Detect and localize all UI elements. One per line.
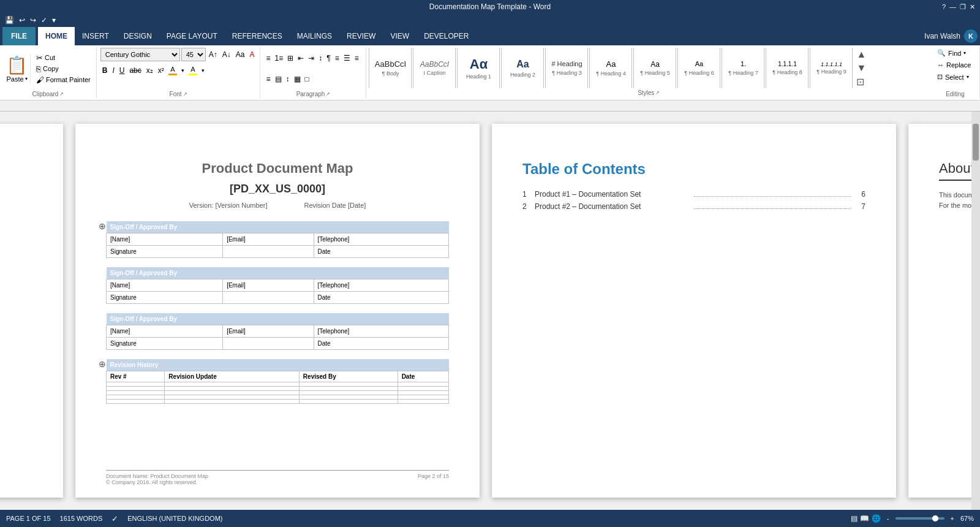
clipboard-group-label: Clipboard ↗ xyxy=(4,89,92,97)
highlight-color-dropdown[interactable]: ▾ xyxy=(200,64,206,77)
subscript-btn[interactable]: x₂ xyxy=(145,64,155,77)
tab-references[interactable]: REFERENCES xyxy=(225,27,290,45)
tab-review[interactable]: REVIEW xyxy=(339,27,383,45)
style-h8[interactable]: 1.1.1.1 ¶ Heading 8 xyxy=(766,48,809,88)
multilevel-btn[interactable]: ⊞ xyxy=(285,51,295,65)
style-h2[interactable]: Aa Heading 2 xyxy=(501,48,544,88)
justify-btn[interactable]: ≡ xyxy=(264,72,272,86)
increase-font-btn[interactable]: A↑ xyxy=(207,48,219,61)
tab-view[interactable]: VIEW xyxy=(383,27,417,45)
align-right-btn[interactable]: ≡ xyxy=(353,51,361,65)
style-h3[interactable]: # Heading ¶ Heading 3 xyxy=(545,48,588,88)
clear-format-btn[interactable]: A xyxy=(247,48,256,61)
web-view-btn[interactable]: 🌐 xyxy=(872,514,881,523)
editing-group: 🔍 Find ▾ ↔ Replace ⊡ Select ▾ Editing xyxy=(931,47,980,99)
styles-scroll-up[interactable]: ▲ xyxy=(855,48,867,61)
clipboard-expander[interactable]: ↗ xyxy=(59,91,64,97)
print-view-btn[interactable]: ▤ xyxy=(851,514,858,523)
tab-mailings[interactable]: MAILINGS xyxy=(290,27,339,45)
undo-qa-btn[interactable]: ↩ xyxy=(18,15,26,25)
table-add-btn-1[interactable]: ⊕ xyxy=(99,221,106,231)
style-h4[interactable]: Aa ¶ Heading 4 xyxy=(589,48,632,88)
vertical-scrollbar[interactable] xyxy=(971,112,980,510)
tab-insert[interactable]: INSERT xyxy=(75,27,116,45)
select-btn[interactable]: ⊡ Select ▾ xyxy=(935,72,971,82)
tab-developer[interactable]: DEVELOPER xyxy=(417,27,476,45)
scroll-thumb[interactable] xyxy=(973,124,979,161)
close-btn[interactable]: ✕ xyxy=(970,3,975,11)
redo-qa-btn[interactable]: ↪ xyxy=(29,15,37,25)
find-btn[interactable]: 🔍 Find ▾ xyxy=(935,48,968,58)
proofread-icon[interactable]: ✓ xyxy=(111,514,118,523)
status-bar: PAGE 1 OF 15 1615 WORDS ✓ ENGLISH (UNITE… xyxy=(0,510,980,527)
tab-home[interactable]: HOME xyxy=(38,27,75,45)
zoom-in-btn[interactable]: + xyxy=(951,515,954,522)
shading-btn[interactable]: ▦ xyxy=(292,72,303,86)
show-marks-btn[interactable]: ¶ xyxy=(325,51,332,65)
font-family-select[interactable]: Century Gothic xyxy=(100,48,180,61)
pages-container[interactable]: Product Document Map Template Version X.… xyxy=(0,112,971,510)
increase-indent-btn[interactable]: ⇥ xyxy=(306,51,316,65)
tab-file[interactable]: FILE xyxy=(2,27,36,45)
superscript-btn[interactable]: x² xyxy=(156,64,166,77)
user-avatar[interactable]: K xyxy=(964,29,978,43)
copy-button[interactable]: ⎘ Copy xyxy=(34,64,92,74)
zoom-level[interactable]: 67% xyxy=(960,515,974,522)
window-controls[interactable]: ? — ❐ ✕ xyxy=(942,3,975,11)
style-h6[interactable]: Aa ¶ Heading 6 xyxy=(677,48,720,88)
underline-btn[interactable]: U xyxy=(118,64,127,77)
restore-btn[interactable]: ❐ xyxy=(960,3,966,11)
decrease-indent-btn[interactable]: ⇤ xyxy=(296,51,306,65)
decrease-font-btn[interactable]: A↓ xyxy=(221,48,233,61)
italic-btn[interactable]: I xyxy=(110,64,116,77)
read-view-btn[interactable]: 📖 xyxy=(860,514,869,523)
numbering-btn[interactable]: 1≡ xyxy=(273,51,285,65)
paste-button[interactable]: 📋 Paste ▾ xyxy=(4,54,31,84)
font-color-btn[interactable]: A xyxy=(167,65,178,76)
paragraph-expander[interactable]: ↗ xyxy=(326,91,330,97)
zoom-out-btn[interactable]: - xyxy=(887,515,889,522)
align-center-btn[interactable]: ☰ xyxy=(342,51,352,65)
column-btn[interactable]: ▤ xyxy=(273,72,284,86)
minimize-btn[interactable]: — xyxy=(949,3,956,11)
highlight-color-btn[interactable]: A xyxy=(187,65,198,76)
bullets-btn[interactable]: ≡ xyxy=(264,51,272,65)
style-h7[interactable]: 1. ¶ Heading 7 xyxy=(722,48,764,88)
zoom-slider[interactable] xyxy=(895,517,944,520)
border-btn[interactable]: □ xyxy=(303,72,311,86)
sort-btn[interactable]: ↕ xyxy=(317,51,324,65)
align-left-btn[interactable]: ≡ xyxy=(333,51,341,65)
table-add-btn-2[interactable]: ⊕ xyxy=(99,359,106,369)
replace-btn[interactable]: ↔ Replace xyxy=(935,60,973,70)
cut-button[interactable]: ✂ Cut xyxy=(34,53,92,63)
tab-design[interactable]: DESIGN xyxy=(116,27,159,45)
help-btn[interactable]: ? xyxy=(942,3,946,11)
select-label: Select xyxy=(945,74,964,81)
customize-qa-btn[interactable]: ▾ xyxy=(51,15,57,25)
style-h5[interactable]: Aa ¶ Heading 5 xyxy=(633,48,676,88)
save-qa-btn[interactable]: 💾 xyxy=(4,15,15,25)
bold-btn[interactable]: B xyxy=(100,64,110,77)
font-expander[interactable]: ↗ xyxy=(183,91,187,97)
check-qa-btn[interactable]: ✓ xyxy=(40,15,48,25)
font-size-select[interactable]: 45 xyxy=(181,48,206,61)
clipboard-content: 📋 Paste ▾ ✂ Cut ⎘ Copy 🖌 Format Painter xyxy=(4,48,92,89)
style-h9[interactable]: 1.1.1.1.1 ¶ Heading 9 xyxy=(810,48,853,88)
style-h1[interactable]: Aα Heading 1 xyxy=(457,48,500,88)
style-body[interactable]: AaBbCcI ¶ Body xyxy=(369,48,412,88)
language-indicator[interactable]: ENGLISH (UNITED KINGDOM) xyxy=(127,515,222,522)
change-case-btn[interactable]: Aa xyxy=(234,48,247,61)
signoff-table-3: Sign-Off / Approved By [Name][Email][Tel… xyxy=(106,313,449,350)
styles-scroll-down[interactable]: ▼ xyxy=(855,61,867,75)
font-color-dropdown[interactable]: ▾ xyxy=(179,64,186,77)
style-h8-label: ¶ Heading 8 xyxy=(772,69,802,75)
zoom-thumb[interactable] xyxy=(932,515,938,521)
styles-expand[interactable]: ⊡ xyxy=(855,75,867,89)
style-caption[interactable]: AaBbCcI I Caption xyxy=(413,48,456,88)
strikethrough-btn[interactable]: abc xyxy=(127,64,143,77)
line-spacing-btn[interactable]: ↕ xyxy=(284,72,292,86)
styles-expander[interactable]: ↗ xyxy=(655,90,660,96)
tab-page-layout[interactable]: PAGE LAYOUT xyxy=(159,27,225,45)
paste-dropdown-icon[interactable]: ▾ xyxy=(25,76,28,82)
format-painter-button[interactable]: 🖌 Format Painter xyxy=(34,75,92,85)
